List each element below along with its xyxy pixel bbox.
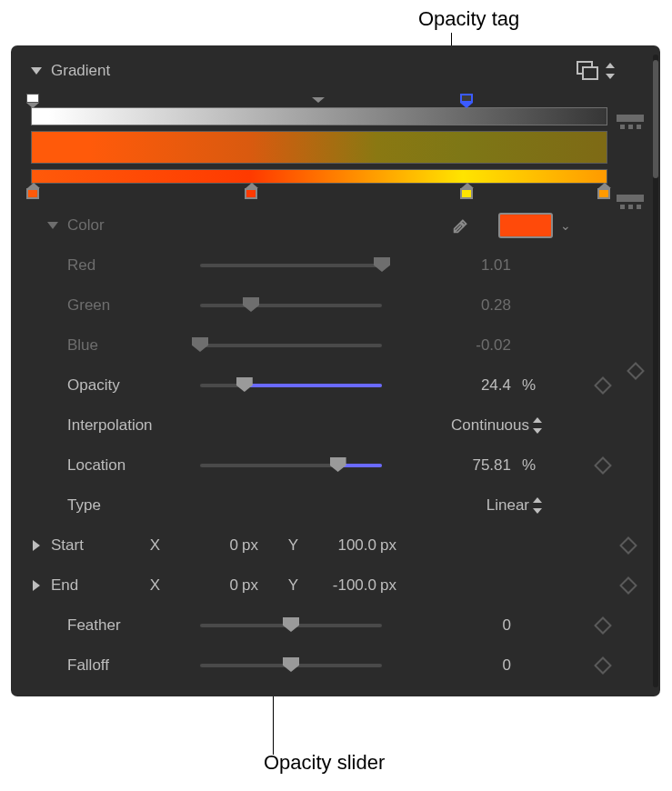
blue-slider[interactable] <box>200 336 382 355</box>
interpolation-stepper[interactable] <box>531 416 544 435</box>
falloff-value[interactable]: 0 <box>382 656 518 675</box>
green-label: Green <box>18 296 200 315</box>
location-label: Location <box>18 456 200 475</box>
end-x-value[interactable]: 0 <box>165 576 238 595</box>
eyedropper-icon[interactable] <box>451 215 471 235</box>
start-x-value[interactable]: 0 <box>165 536 238 555</box>
opacity-row: Opacity 24.4 % <box>18 365 653 406</box>
keyframe-icon[interactable] <box>594 616 612 635</box>
green-row: Green 0.28 <box>18 285 653 325</box>
opacity-distribute-button[interactable] <box>617 115 644 135</box>
color-label: Color <box>67 216 451 235</box>
opacity-unit: % <box>518 376 555 395</box>
falloff-slider[interactable] <box>200 656 382 675</box>
color-tag-0[interactable] <box>26 183 41 199</box>
chevron-down-icon[interactable]: ⌄ <box>560 218 571 233</box>
end-row: End X 0 px Y -100.0 px <box>18 566 653 606</box>
gradient-preset-stepper[interactable] <box>604 62 617 80</box>
keyframe-icon[interactable] <box>594 656 612 675</box>
green-slider[interactable] <box>200 296 382 315</box>
location-value[interactable]: 75.81 <box>382 456 518 475</box>
start-row: Start X 0 px Y 100.0 px <box>18 526 653 566</box>
interpolation-label: Interpolation <box>18 416 200 435</box>
end-x-label: X <box>129 576 165 595</box>
end-x-unit: px <box>238 576 267 595</box>
feather-label: Feather <box>18 616 200 635</box>
start-x-unit: px <box>238 536 267 555</box>
end-y-label: Y <box>267 576 304 595</box>
gradient-preview-bar <box>31 131 607 164</box>
opacity-label: Opacity <box>18 376 200 395</box>
feather-row: Feather 0 <box>18 606 653 646</box>
gradient-editor <box>18 87 653 189</box>
red-slider[interactable] <box>200 256 382 275</box>
color-tag-1[interactable] <box>245 183 259 199</box>
type-popup[interactable]: Linear <box>200 496 531 515</box>
opacity-slider[interactable] <box>200 376 382 395</box>
scroll-thumb[interactable] <box>653 60 658 178</box>
gradient-inspector-panel: Gradient Color ⌄ Red <box>11 45 660 696</box>
blue-row: Blue -0.02 <box>18 325 653 365</box>
color-gradient-bar[interactable] <box>31 169 607 184</box>
blue-value[interactable]: -0.02 <box>382 336 518 355</box>
opacity-value[interactable]: 24.4 <box>382 376 518 395</box>
disclosure-down-icon[interactable] <box>47 222 58 229</box>
callout-opacity-slider: Opacity slider <box>264 751 385 775</box>
callout-opacity-tag: Opacity tag <box>418 7 519 31</box>
end-y-unit: px <box>376 576 406 595</box>
feather-slider[interactable] <box>200 616 382 635</box>
start-y-unit: px <box>376 536 406 555</box>
keyframe-icon[interactable] <box>594 376 612 395</box>
location-unit: % <box>518 456 555 475</box>
blue-label: Blue <box>18 336 200 355</box>
red-row: Red 1.01 <box>18 245 653 285</box>
start-x-label: X <box>129 536 165 555</box>
opacity-tag-start[interactable] <box>26 94 41 106</box>
scrollbar[interactable] <box>653 55 658 687</box>
disclosure-right-icon[interactable] <box>33 580 40 591</box>
type-stepper[interactable] <box>531 496 544 515</box>
disclosure-right-icon[interactable] <box>33 540 40 551</box>
start-label: Start <box>51 536 129 555</box>
red-value[interactable]: 1.01 <box>382 256 518 275</box>
color-tag-3[interactable] <box>597 183 612 199</box>
interpolation-row: Interpolation Continuous <box>18 406 653 446</box>
color-section-header[interactable]: Color ⌄ <box>18 205 653 245</box>
start-y-label: Y <box>267 536 304 555</box>
gradient-label: Gradient <box>51 62 577 80</box>
gradient-section-header[interactable]: Gradient <box>18 55 653 87</box>
disclosure-down-icon[interactable] <box>31 67 42 75</box>
start-y-value[interactable]: 100.0 <box>304 536 376 555</box>
keyframe-icon[interactable] <box>594 456 612 475</box>
end-label: End <box>51 576 129 595</box>
opacity-tag-selected[interactable] <box>460 94 475 106</box>
keyframe-icon[interactable] <box>619 536 637 555</box>
red-label: Red <box>18 256 200 275</box>
falloff-label: Falloff <box>18 656 200 675</box>
location-row: Location 75.81 % <box>18 446 653 486</box>
feather-value[interactable]: 0 <box>382 616 518 635</box>
green-value[interactable]: 0.28 <box>382 296 518 315</box>
opacity-gradient-bar[interactable] <box>31 107 607 125</box>
color-tag-2[interactable] <box>460 183 475 199</box>
end-y-value[interactable]: -100.0 <box>304 576 376 595</box>
interpolation-popup[interactable]: Continuous <box>200 416 531 435</box>
color-swatch[interactable] <box>498 213 553 238</box>
keyframe-icon[interactable] <box>619 576 637 595</box>
type-row: Type Linear <box>18 486 653 526</box>
location-slider[interactable] <box>200 456 382 475</box>
gradient-preset-icon[interactable] <box>577 61 600 81</box>
opacity-midpoint-tag[interactable] <box>312 97 326 110</box>
type-label: Type <box>18 496 200 515</box>
falloff-row: Falloff 0 <box>18 646 653 686</box>
